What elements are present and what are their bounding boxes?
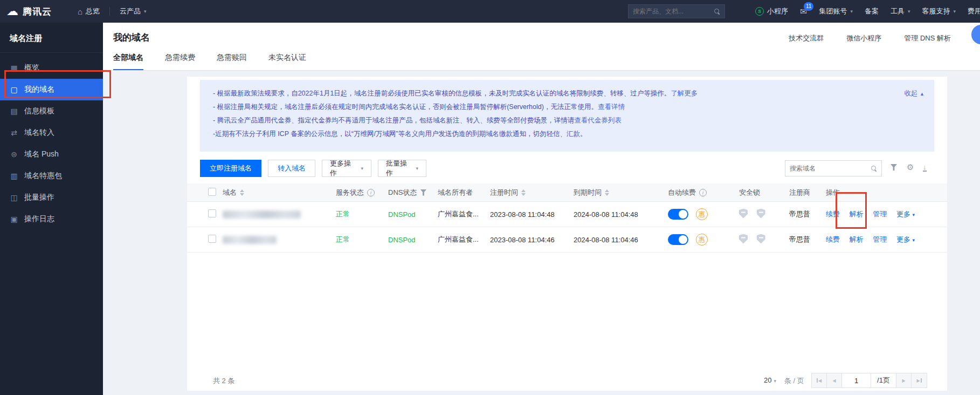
push-icon: ⊜ [10, 150, 18, 159]
search-icon[interactable] [714, 9, 720, 15]
renew-link[interactable]: 续费 [826, 235, 840, 243]
expire-time: 2024-08-08 11:04:46 [574, 236, 638, 244]
update-lock-shield-icon[interactable] [757, 209, 765, 219]
registered-time: 2023-08-08 11:04:46 [490, 236, 555, 244]
auto-renew-toggle[interactable] [668, 234, 688, 245]
learn-more-link[interactable]: 了解更多 [671, 90, 698, 97]
page-title: 我的域名 [113, 31, 150, 44]
auto-renew-toggle[interactable] [668, 209, 688, 220]
voucher-list-link[interactable]: 查看代金券列表 [574, 117, 622, 124]
row-checkbox[interactable] [208, 209, 216, 217]
col-registered: 注册时间 [490, 188, 518, 198]
info-icon[interactable]: i [367, 189, 375, 196]
sidebar-item-domain-push[interactable]: ⊜ 域名 Push [0, 144, 103, 165]
next-page-button[interactable]: ▶ [896, 373, 912, 387]
nav-miniprogram[interactable]: S 小程序 [749, 0, 794, 23]
first-page-button[interactable]: ◀ [812, 373, 827, 387]
log-icon: ▣ [10, 215, 18, 223]
sidebar-item-my-domains[interactable]: ▢ 我的域名 [0, 79, 103, 100]
table-toolbar: 立即注册域名 转入域名 更多操作 ▾ 批量操作 ▾ ⚙ ↓ [187, 160, 947, 177]
cloud-logo-icon: ☁ [6, 5, 18, 17]
update-lock-shield-icon[interactable] [757, 234, 765, 244]
domain-owner: 广州嘉益食... [438, 209, 479, 219]
info-icon[interactable]: i [699, 189, 707, 196]
register-domain-button[interactable]: 立即注册域名 [200, 160, 261, 177]
global-search-box[interactable] [628, 4, 725, 18]
tencent-cloud-logo[interactable]: ☁ 腾讯云 [6, 5, 52, 18]
batch-actions-dropdown[interactable]: 批量操作 ▾ [378, 160, 426, 177]
manage-dns-link[interactable]: 管理 DNS 解析 [904, 33, 951, 43]
header-links: 技术交流群 微信小程序 管理 DNS 解析 [789, 33, 951, 43]
view-details-link[interactable]: 查看详情 [598, 103, 625, 111]
filter-icon[interactable] [420, 189, 426, 196]
more-actions-dropdown[interactable]: 更多操作 ▾ [322, 160, 371, 177]
transfer-lock-shield-icon[interactable] [739, 234, 748, 244]
more-link[interactable]: 更多 ▾ [896, 210, 915, 218]
gear-icon[interactable]: ⚙ [907, 164, 914, 171]
domain-search-box[interactable] [785, 160, 882, 176]
mail-wrap: ✉ 11 [800, 6, 807, 17]
manage-link[interactable]: 管理 [873, 210, 887, 218]
last-page-button[interactable]: ▶ [912, 373, 927, 387]
sort-icon[interactable] [521, 189, 526, 196]
wechat-miniprogram-link[interactable]: 微信小程序 [846, 33, 881, 43]
nav-tools[interactable]: 工具 ▾ [885, 0, 916, 23]
notice-text: -近期有不法分子利用 ICP 备案的公示信息，以“万维网/万域网”等名义向用户发… [213, 130, 587, 138]
registered-time: 2023-08-08 11:04:48 [490, 210, 555, 219]
tab-renew-soon[interactable]: 急需续费 [165, 53, 195, 70]
select-all-checkbox[interactable] [208, 188, 216, 196]
nav-support[interactable]: 客服支持 ▾ [916, 0, 962, 23]
nav-group-account-label: 集团账号 [819, 6, 847, 16]
resolve-link[interactable]: 解析 [850, 210, 864, 218]
blurred-domain-name[interactable] [223, 210, 301, 219]
sidebar-item-batch-operations[interactable]: ◫ 批量操作 [0, 187, 103, 208]
row-checkbox[interactable] [208, 235, 216, 243]
sidebar-item-overview[interactable]: ▦ 概览 [0, 57, 103, 79]
current-page-input[interactable] [842, 373, 871, 387]
sidebar-item-domain-transfer-in[interactable]: ⇄ 域名转入 [0, 122, 103, 144]
collapse-notice-button[interactable]: 收起 ▲ [905, 87, 924, 101]
brand-name: 腾讯云 [23, 5, 52, 18]
topbar-right: S 小程序 ✉ 11 集团账号 ▾ 备案 工具 ▾ 客服支持 ▾ 费用 [749, 0, 980, 23]
nav-icp[interactable]: 备案 [859, 0, 885, 23]
sidebar-item-operation-log[interactable]: ▣ 操作日志 [0, 208, 103, 230]
tech-group-link[interactable]: 技术交流群 [789, 33, 824, 43]
download-icon[interactable]: ↓ [923, 164, 927, 172]
page-size-unit: 条 / 页 [784, 376, 804, 386]
page-size-select[interactable]: 20▾ [764, 376, 776, 384]
nav-messages[interactable]: ✉ 11 [794, 0, 813, 23]
sort-icon[interactable] [240, 189, 244, 196]
resolve-link[interactable]: 解析 [850, 235, 864, 243]
pager: ◀ ◀ /1页 ▶ ▶ [811, 373, 927, 388]
search-icon[interactable] [871, 166, 877, 172]
table-header: 域名 服务状态 i DNS状态 域名所有者 注册时间 到期时间 自动续费 i 安… [187, 183, 947, 202]
nav-overview[interactable]: ⌂ 总览 [71, 0, 106, 23]
tab-redeem-soon[interactable]: 急需赎回 [217, 53, 247, 70]
global-search-input[interactable] [633, 8, 714, 15]
nav-group-account[interactable]: 集团账号 ▾ [813, 0, 859, 23]
blurred-domain-name[interactable] [223, 236, 277, 244]
transfer-in-button[interactable]: 转入域名 [268, 160, 315, 177]
table-row: 正常 DNSPod 广州嘉益食... 2023-08-08 11:04:46 2… [187, 227, 947, 253]
nav-tools-label: 工具 [891, 6, 905, 16]
sidebar-item-info-template[interactable]: ▤ 信息模板 [0, 100, 103, 122]
home-icon: ⌂ [78, 7, 82, 16]
sidebar-item-domain-deal-package[interactable]: ▥ 域名特惠包 [0, 165, 103, 187]
tab-not-verified[interactable]: 未实名认证 [268, 53, 306, 70]
more-link[interactable]: 更多 ▾ [896, 235, 915, 243]
more-link-label: 更多 [896, 235, 910, 243]
sidebar-item-label: 我的域名 [24, 85, 54, 94]
promo-badge[interactable]: 惠 [696, 234, 708, 246]
manage-link[interactable]: 管理 [873, 235, 887, 243]
renew-link[interactable]: 续费 [826, 210, 840, 218]
tab-all-domains[interactable]: 全部域名 [113, 53, 143, 70]
filter-icon[interactable] [891, 164, 897, 172]
expire-time: 2024-08-08 11:04:48 [574, 210, 638, 219]
nav-products[interactable]: 云产品 ▾ [113, 0, 153, 23]
sort-icon[interactable] [605, 189, 609, 196]
nav-billing[interactable]: 费用 [962, 0, 980, 23]
domain-search-input[interactable] [790, 165, 871, 172]
transfer-lock-shield-icon[interactable] [739, 209, 748, 219]
prev-page-button[interactable]: ◀ [827, 373, 842, 387]
promo-badge[interactable]: 惠 [696, 208, 708, 220]
